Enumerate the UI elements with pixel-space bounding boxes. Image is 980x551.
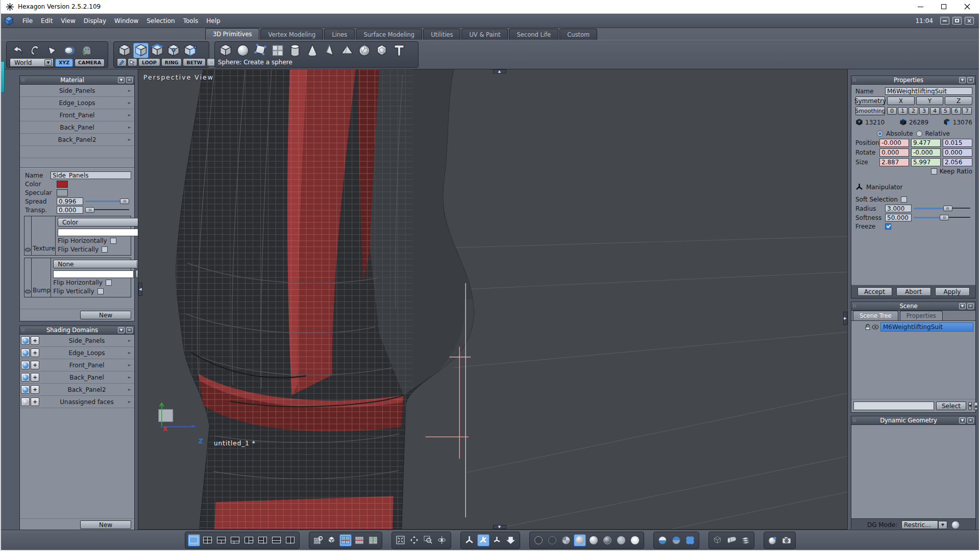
- tab-vertex-modeling[interactable]: Vertex Modeling: [260, 29, 323, 40]
- scene-filter-input[interactable]: [853, 402, 934, 410]
- texture-visibility-icon[interactable]: [24, 216, 32, 255]
- xyz-toggle-button[interactable]: XYZ: [55, 59, 73, 67]
- scene-panel-header[interactable]: ⁞⁞ Scene ▼ ✕: [851, 302, 975, 311]
- lock-icon[interactable]: [865, 324, 871, 330]
- grid-xz-plane-icon[interactable]: [353, 534, 365, 546]
- render-icon[interactable]: [767, 534, 779, 546]
- collapse-panel-icon[interactable]: ▼: [118, 77, 125, 83]
- menu-window[interactable]: Window: [110, 15, 142, 27]
- select-edge-icon[interactable]: [150, 43, 165, 58]
- cone-primitive-icon[interactable]: [305, 43, 320, 58]
- item-arrow-icon[interactable]: ►: [128, 101, 131, 105]
- item-arrow-icon[interactable]: ►: [128, 113, 131, 117]
- softness-input[interactable]: [885, 214, 912, 221]
- item-arrow-icon[interactable]: ►: [128, 387, 131, 392]
- between-select-button[interactable]: BETW: [183, 58, 206, 66]
- camera-icon[interactable]: [780, 534, 793, 546]
- pyramid-primitive-icon[interactable]: [322, 43, 337, 58]
- domain-add-icon[interactable]: +: [31, 361, 39, 369]
- collapse-panel-icon[interactable]: ▼: [959, 77, 966, 83]
- menu-selection[interactable]: Selection: [142, 15, 179, 27]
- radius-slider[interactable]: [914, 206, 970, 211]
- menu-view[interactable]: View: [57, 15, 79, 27]
- world-space-dropdown[interactable]: World ▼: [10, 58, 54, 67]
- geodesic-primitive-icon[interactable]: [357, 43, 372, 58]
- bump-mode-dropdown[interactable]: None ▼: [53, 260, 146, 268]
- close-panel-icon[interactable]: ✕: [126, 327, 133, 333]
- grid-xy-plane-icon[interactable]: [339, 534, 352, 546]
- decal-display-icon[interactable]: [739, 534, 751, 546]
- perspective-viewport[interactable]: Perspective View X Z untitled_1 * ▲ ▼ ◀ …: [138, 69, 848, 530]
- tab-uv-paint[interactable]: UV & Paint: [461, 29, 508, 40]
- material-spread-slider[interactable]: [85, 199, 129, 204]
- loop-select-button[interactable]: LOOP: [138, 58, 160, 66]
- tab-utilities[interactable]: Utilities: [423, 29, 460, 40]
- backface-display-icon[interactable]: [656, 534, 669, 546]
- domain-add-icon[interactable]: +: [31, 397, 39, 406]
- shading-domains-header[interactable]: ⁞⁞ Shading Domains ▼ ✕: [20, 326, 134, 335]
- drag-grip-icon[interactable]: ⁞⁞: [853, 78, 858, 83]
- material-new-button[interactable]: New: [80, 311, 131, 319]
- tab-scene-properties[interactable]: Properties: [900, 311, 943, 320]
- tab-surface-modeling[interactable]: Surface Modeling: [356, 29, 422, 40]
- object-name-input[interactable]: [885, 87, 972, 95]
- smoothing-1-button[interactable]: 1: [898, 107, 908, 115]
- symmetry-z-button[interactable]: Z: [945, 96, 972, 105]
- app-minimize-button[interactable]: [940, 17, 949, 24]
- material-transparency-input[interactable]: [57, 206, 83, 214]
- symmetry-display-icon[interactable]: [684, 534, 696, 546]
- drag-grip-icon[interactable]: ⁞⁞: [853, 418, 858, 423]
- domain-row-back-panel[interactable]: +Back_Panel►: [20, 371, 134, 384]
- arrow-select-icon[interactable]: [128, 58, 137, 66]
- bump-visibility-icon[interactable]: [24, 258, 32, 297]
- menu-display[interactable]: Display: [80, 15, 110, 27]
- layout-bottom-small-icon[interactable]: [229, 534, 241, 546]
- smoothing-3-button[interactable]: 3: [919, 107, 929, 115]
- domain-row-unassigned[interactable]: +Unassigned faces►: [20, 396, 134, 408]
- smoothing-7-button[interactable]: 7: [962, 107, 972, 115]
- size-x-input[interactable]: [879, 158, 909, 166]
- scene-up-icon[interactable]: ▲: [974, 402, 977, 410]
- smoothing-0-button[interactable]: 0: [887, 107, 897, 115]
- undo-icon[interactable]: [10, 43, 25, 58]
- menu-help[interactable]: Help: [202, 15, 224, 27]
- triangle-tool-icon[interactable]: [44, 43, 60, 58]
- ellipse-tool-icon[interactable]: [62, 43, 77, 58]
- window-close-button[interactable]: [955, 0, 979, 13]
- layout-right-tall-icon[interactable]: [257, 534, 269, 546]
- tab-lines[interactable]: Lines: [324, 29, 355, 40]
- symmetry-x-button[interactable]: X: [887, 96, 915, 105]
- collapse-bottom-arrow[interactable]: ▼: [493, 525, 506, 529]
- ring-select-button[interactable]: RING: [161, 58, 182, 66]
- symmetry-button[interactable]: Symmetry: [855, 96, 885, 105]
- select-auto-icon[interactable]: [182, 43, 198, 58]
- item-arrow-icon[interactable]: ►: [128, 363, 131, 367]
- size-y-input[interactable]: [911, 158, 941, 166]
- item-arrow-icon[interactable]: ►: [128, 338, 131, 343]
- drag-grip-icon[interactable]: ⁞⁞: [21, 328, 27, 333]
- tab-scene-tree[interactable]: Scene Tree: [853, 311, 898, 320]
- texture-flip-v-checkbox[interactable]: [102, 246, 108, 253]
- collapse-panel-icon[interactable]: ▼: [959, 417, 966, 423]
- tetrahedron-primitive-icon[interactable]: [339, 43, 355, 58]
- domain-sphere-icon[interactable]: [21, 336, 30, 345]
- collapse-right-arrow[interactable]: ▶: [843, 312, 847, 325]
- absolute-radio[interactable]: [877, 131, 883, 137]
- text-primitive-icon[interactable]: [391, 43, 407, 58]
- bump-flip-v-checkbox[interactable]: [97, 288, 104, 294]
- close-panel-icon[interactable]: ✕: [967, 417, 974, 423]
- fit-view-icon[interactable]: [395, 534, 407, 546]
- scene-down-icon[interactable]: ▼: [968, 402, 972, 410]
- snap-grid-icon[interactable]: [312, 534, 324, 546]
- domain-sphere-icon[interactable]: [21, 397, 30, 406]
- material-name-input[interactable]: [51, 171, 131, 179]
- accept-button[interactable]: Accept: [857, 287, 892, 296]
- dynamic-geometry-header[interactable]: ⁞⁞ Dynamic Geometry ▼ ✕: [851, 416, 975, 425]
- facet-primitive-icon[interactable]: [253, 43, 268, 58]
- properties-panel-header[interactable]: ⁞⁞ Properties ▼ ✕: [851, 76, 975, 85]
- freeze-checkbox[interactable]: [885, 223, 891, 230]
- app-close-button[interactable]: [965, 17, 974, 24]
- manipulator-universal-icon[interactable]: [463, 534, 476, 546]
- domain-add-icon[interactable]: +: [31, 348, 39, 357]
- manipulator-move-icon[interactable]: [477, 534, 489, 546]
